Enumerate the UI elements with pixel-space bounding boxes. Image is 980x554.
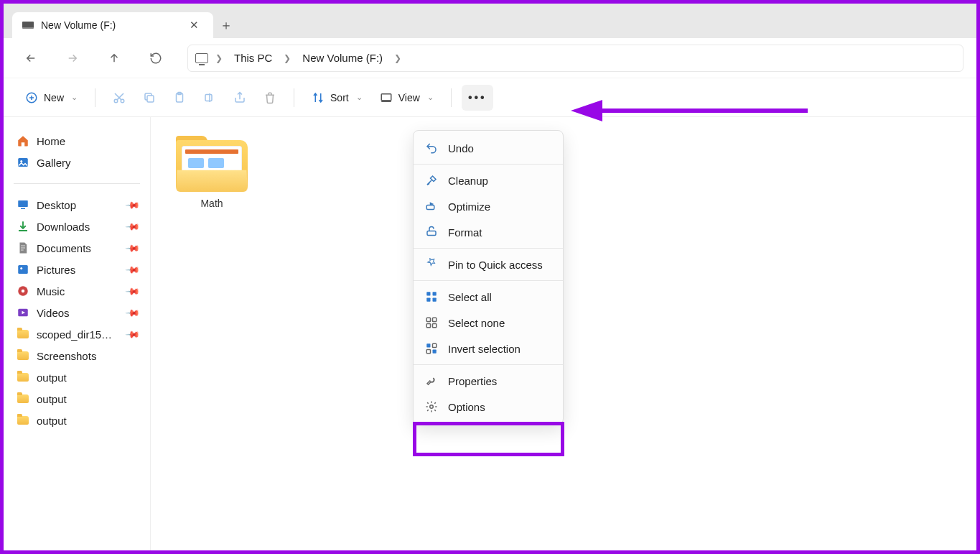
share-button[interactable] [226, 87, 253, 109]
sidebar-label: output [37, 393, 67, 405]
pin-icon: 📌 [125, 305, 141, 320]
menu-pin-quick-access[interactable]: Pin to Quick access [414, 251, 563, 277]
sort-button[interactable]: Sort ⌄ [304, 87, 370, 109]
sidebar: Home Gallery Desktop 📌 Downloa [4, 117, 151, 550]
svg-rect-10 [18, 200, 28, 207]
sidebar-label: output [37, 415, 67, 427]
menu-format[interactable]: Format [414, 219, 563, 245]
sidebar-videos[interactable]: Videos 📌 [11, 302, 143, 323]
pin-icon: 📌 [125, 262, 141, 277]
chevron-right-icon[interactable]: ❯ [213, 53, 225, 63]
sidebar-gallery[interactable]: Gallery [11, 152, 143, 173]
delete-button[interactable] [256, 87, 284, 109]
rename-button[interactable] [196, 87, 223, 109]
svg-rect-12 [18, 265, 28, 274]
toolbar: New ⌄ Sort ⌄ View ⌄ [4, 78, 976, 117]
copy-button[interactable] [136, 87, 163, 109]
menu-select-all[interactable]: Select all [414, 284, 563, 310]
svg-rect-30 [433, 350, 437, 354]
pin-icon: 📌 [125, 326, 141, 342]
folder-item-math[interactable]: Math [172, 134, 251, 209]
more-button[interactable]: ••• [462, 85, 493, 111]
menu-label: Select all [448, 291, 492, 303]
folder-icon [17, 328, 29, 341]
downloads-icon [17, 220, 29, 233]
forward-button[interactable] [58, 44, 87, 73]
separator [451, 88, 452, 107]
menu-separator [414, 364, 563, 365]
refresh-button[interactable] [141, 44, 170, 73]
folder-icon [172, 134, 251, 193]
optimize-icon [425, 200, 438, 213]
view-label: View [398, 92, 420, 103]
paste-button[interactable] [166, 87, 193, 109]
pictures-icon [17, 263, 29, 276]
pin-icon [425, 258, 438, 271]
pin-icon: 📌 [125, 218, 141, 234]
svg-rect-22 [433, 298, 437, 302]
menu-label: Options [448, 401, 485, 413]
select-none-icon [425, 316, 438, 329]
chevron-right-icon[interactable]: ❯ [391, 53, 404, 63]
tab-active[interactable]: New Volume (F:) ✕ [12, 12, 213, 38]
menu-options[interactable]: Options [414, 394, 563, 420]
sidebar-output-2[interactable]: output [11, 388, 143, 410]
view-button[interactable]: View ⌄ [373, 87, 441, 109]
svg-rect-29 [426, 350, 430, 354]
sidebar-output-3[interactable]: output [11, 410, 143, 431]
chevron-down-icon: ⌄ [71, 93, 78, 102]
sort-label: Sort [330, 92, 349, 103]
sidebar-pictures[interactable]: Pictures 📌 [11, 259, 143, 280]
content-area[interactable]: Math [151, 117, 976, 550]
menu-cleanup[interactable]: Cleanup [414, 167, 563, 193]
back-button[interactable] [17, 44, 45, 73]
sidebar-downloads[interactable]: Downloads 📌 [11, 216, 143, 237]
sidebar-screenshots[interactable]: Screenshots [11, 345, 143, 366]
sidebar-output-1[interactable]: output [11, 366, 143, 388]
sidebar-music[interactable]: Music 📌 [11, 280, 143, 302]
pin-icon: 📌 [125, 283, 141, 299]
music-icon [17, 285, 29, 297]
chevron-down-icon: ⌄ [427, 93, 434, 102]
sidebar-label: Home [37, 135, 65, 147]
sidebar-label: Music [37, 285, 65, 297]
new-tab-button[interactable]: ＋ [213, 12, 239, 38]
desktop-icon [17, 198, 29, 211]
menu-select-none[interactable]: Select none [414, 310, 563, 336]
home-icon [17, 134, 29, 147]
svg-rect-11 [21, 208, 25, 210]
svg-rect-17 [426, 206, 434, 210]
sidebar-scoped-dir[interactable]: scoped_dir15168 📌 [11, 323, 143, 345]
folder-icon [17, 349, 29, 362]
menu-label: Format [448, 226, 482, 239]
sidebar-desktop[interactable]: Desktop 📌 [11, 194, 143, 216]
pin-icon: 📌 [125, 240, 141, 256]
sidebar-home[interactable]: Home [11, 130, 143, 152]
menu-label: Cleanup [448, 175, 488, 187]
svg-rect-18 [427, 231, 436, 236]
breadcrumb-this-pc[interactable]: This PC [230, 49, 276, 67]
breadcrumb-volume[interactable]: New Volume (F:) [298, 49, 387, 67]
sidebar-documents[interactable]: Documents 📌 [11, 237, 143, 259]
separator [294, 88, 294, 107]
sidebar-label: Gallery [37, 157, 71, 169]
properties-icon [425, 374, 438, 387]
menu-properties[interactable]: Properties [414, 368, 563, 394]
svg-rect-21 [426, 298, 430, 302]
up-button[interactable] [100, 44, 129, 73]
format-icon [425, 226, 438, 239]
new-button[interactable]: New ⌄ [18, 87, 85, 109]
chevron-right-icon[interactable]: ❯ [281, 53, 294, 63]
svg-rect-7 [381, 93, 391, 100]
close-tab-button[interactable]: ✕ [185, 16, 203, 34]
options-icon [425, 400, 438, 413]
menu-invert-selection[interactable]: Invert selection [414, 336, 563, 361]
separator [95, 88, 95, 107]
address-bar[interactable]: ❯ This PC ❯ New Volume (F:) ❯ [187, 45, 963, 72]
svg-rect-3 [147, 96, 154, 102]
cut-button[interactable] [106, 87, 133, 109]
folder-icon [17, 371, 29, 384]
svg-point-2 [121, 99, 124, 103]
menu-optimize[interactable]: Optimize [414, 193, 563, 219]
menu-undo[interactable]: Undo [414, 135, 563, 161]
